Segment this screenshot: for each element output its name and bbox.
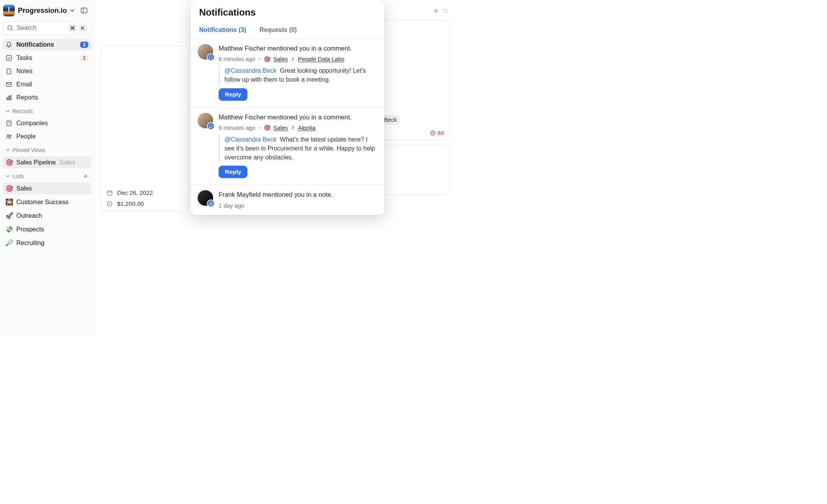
main-content: Dec 26, 2022 S$1,200.00 heduled 4 23: [94, 0, 551, 336]
svg-point-36: [443, 12, 444, 12]
svg-point-33: [443, 9, 444, 10]
chevron-down-icon: [70, 8, 75, 13]
nav-tasks[interactable]: Tasks 1: [2, 52, 91, 64]
notification-item[interactable]: Matthew Fischer mentioned you in a comme…: [191, 38, 384, 107]
svg-point-14: [7, 135, 9, 136]
section-records[interactable]: Records: [2, 105, 91, 116]
check-square-icon: [5, 54, 12, 61]
svg-point-35: [447, 9, 447, 10]
workspace-name: Progression.io: [18, 7, 67, 15]
column-menu-button[interactable]: [443, 8, 448, 14]
svg-rect-16: [107, 191, 112, 195]
search-shortcut: ⌘ K: [68, 24, 87, 32]
add-card-button[interactable]: [433, 8, 439, 14]
nav-reports[interactable]: Reports: [2, 92, 91, 103]
list-recruiting[interactable]: 🔎 Recruiting: [2, 237, 91, 249]
card-partial-left[interactable]: Dec 26, 2022 S$1,200.00: [100, 46, 188, 212]
notification-meta: 9 minutes ago • 🎯 Sales Algolia: [219, 124, 377, 131]
reply-button[interactable]: Reply: [219, 88, 247, 101]
workspace-avatar: [3, 5, 15, 16]
notification-meta: 8 minutes ago • 🎯 Sales People Data Labs: [219, 56, 377, 62]
section-pinned[interactable]: Pinned Views: [2, 144, 91, 155]
reply-button[interactable]: Reply: [219, 166, 247, 178]
nav-notes[interactable]: Notes: [2, 65, 91, 77]
svg-line-3: [11, 29, 13, 31]
document-icon: [5, 68, 12, 75]
chevron-right-icon: [291, 57, 295, 61]
mention[interactable]: @Cassandra Beck: [224, 136, 277, 143]
add-list-button[interactable]: [83, 173, 88, 179]
nav-email-label: Email: [16, 81, 32, 88]
svg-point-37: [445, 12, 446, 12]
svg-rect-8: [10, 95, 11, 100]
search-icon: [7, 24, 14, 32]
chevron-down-icon: [5, 174, 10, 178]
notification-text: Matthew Fischer mentioned you in a comme…: [219, 44, 377, 52]
list-customer-success[interactable]: 🎇 Customer Success: [2, 196, 91, 208]
target-icon: 🎯: [5, 159, 12, 166]
nav-notifications[interactable]: Notifications 3: [2, 39, 91, 51]
svg-rect-0: [81, 8, 87, 13]
mention-badge-icon: @: [207, 200, 215, 207]
notification-meta: 1 day ago: [219, 202, 377, 209]
people-icon: [5, 133, 12, 140]
list-link[interactable]: Sales: [273, 56, 288, 62]
svg-rect-6: [7, 98, 8, 100]
notifications-badge: 3: [80, 42, 88, 48]
notification-item[interactable]: Matthew Fischer mentioned you in a comme…: [191, 107, 384, 185]
avatar: @: [198, 190, 213, 206]
notification-quote: @Cassandra Beck What's the latest update…: [219, 134, 377, 163]
mention[interactable]: @Cassandra Beck: [224, 67, 277, 74]
svg-text:S: S: [109, 202, 110, 206]
nav-email[interactable]: Email: [2, 79, 91, 90]
svg-rect-7: [9, 96, 10, 100]
notification-text: Frank Mayfield mentioned you in a note.: [219, 190, 377, 199]
avatar: [198, 113, 213, 128]
svg-point-38: [447, 12, 447, 12]
svg-rect-9: [7, 121, 11, 126]
mail-icon: [5, 81, 12, 88]
building-icon: [5, 120, 12, 127]
chevron-right-icon: [291, 126, 295, 130]
section-lists[interactable]: Lists: [2, 170, 91, 181]
notifications-popover: Notifications Notifications (3) Requests…: [191, 0, 384, 215]
record-people[interactable]: People: [2, 131, 91, 142]
avatar: [198, 44, 213, 60]
notification-quote: @Cassandra Beck Great looking opportunit…: [219, 65, 377, 85]
target-icon: 🎯: [5, 185, 12, 192]
chevron-down-icon: [5, 148, 10, 152]
tasks-badge: 1: [80, 55, 88, 61]
list-prospects[interactable]: 💸 Prospects: [2, 223, 91, 235]
column-partial-left: Dec 26, 2022 S$1,200.00: [100, 6, 188, 330]
workspace-switcher[interactable]: Progression.io: [2, 2, 91, 19]
comment-badge-icon: [207, 53, 215, 61]
nav-notes-label: Notes: [16, 68, 33, 75]
entity-link[interactable]: People Data Labs: [298, 56, 344, 62]
record-companies[interactable]: Companies: [2, 117, 91, 129]
popover-title: Notifications: [199, 7, 377, 18]
notification-item[interactable]: @ Frank Mayfield mentioned you in a note…: [191, 185, 384, 215]
pinned-sales-pipeline[interactable]: 🎯 Sales Pipeline Sales: [2, 156, 91, 168]
bell-icon: [5, 41, 12, 48]
comment-badge-icon: [207, 122, 215, 130]
nav-notifications-label: Notifications: [16, 41, 54, 48]
sidebar: Progression.io Search ⌘ K Notif: [0, 0, 94, 336]
search-placeholder: Search: [17, 24, 65, 32]
calendar-icon: [106, 189, 113, 196]
svg-point-34: [445, 9, 446, 10]
tab-requests[interactable]: Requests (0): [259, 26, 297, 33]
nav-reports-label: Reports: [16, 94, 38, 101]
search-input[interactable]: Search ⌘ K: [3, 21, 91, 35]
toggle-sidebar-button[interactable]: [78, 5, 90, 16]
entity-link[interactable]: Algolia: [298, 124, 315, 131]
nav-tasks-label: Tasks: [16, 54, 32, 61]
list-outreach[interactable]: 🚀 Outreach: [2, 210, 91, 222]
tab-notifications[interactable]: Notifications (3): [199, 26, 246, 33]
list-link[interactable]: Sales: [273, 124, 288, 131]
chart-icon: [5, 94, 12, 101]
svg-point-15: [10, 135, 11, 136]
currency-icon: S: [106, 200, 113, 207]
due-chip: 8d: [430, 130, 444, 136]
chevron-down-icon: [5, 109, 10, 114]
list-sales[interactable]: 🎯 Sales: [2, 182, 91, 194]
